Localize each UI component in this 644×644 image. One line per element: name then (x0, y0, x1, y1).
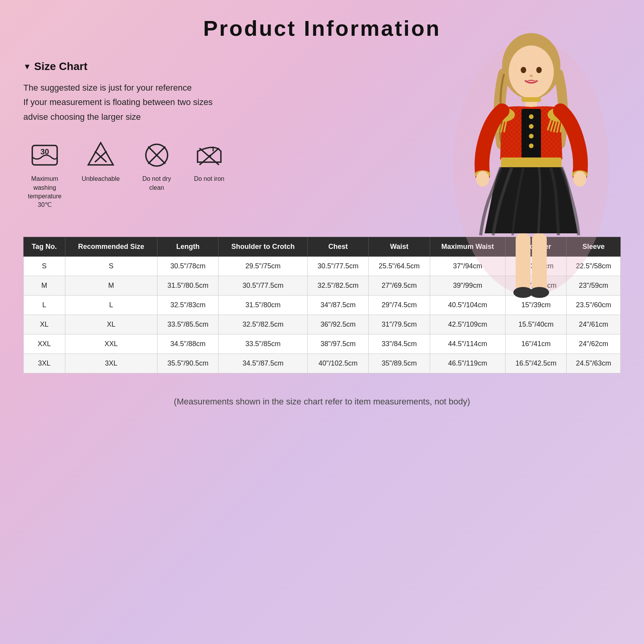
col-length: Length (158, 237, 219, 256)
cell-r2-c2: 32.5"/83cm (158, 295, 219, 315)
care-item-dry-clean: Do not dry clean (135, 140, 178, 192)
wash-icon: 30 (29, 140, 60, 171)
cell-r4-c3: 33.5"/85cm (219, 334, 308, 354)
svg-point-45 (530, 287, 549, 298)
cell-r1-c5: 27"/69.5cm (369, 276, 430, 295)
care-item-bleach: Unbleachable (82, 140, 120, 183)
cell-r2-c3: 31.5"/80cm (219, 295, 308, 315)
svg-point-15 (521, 67, 526, 73)
cell-r3-c1: XL (65, 315, 158, 334)
cell-r5-c4: 40"/102.5cm (308, 354, 369, 373)
svg-point-36 (529, 144, 534, 148)
cell-r0-c0: S (24, 256, 65, 276)
cell-r0-c1: S (65, 256, 158, 276)
svg-point-16 (536, 67, 542, 73)
cell-r5-c6: 46.5"/119cm (430, 354, 505, 373)
advice-line-3: advise choosing the larger size (23, 110, 426, 124)
table-row: 3XL3XL35.5"/90.5cm34.5"/87.5cm40"/102.5c… (24, 354, 621, 373)
right-section (434, 60, 621, 229)
care-item-iron: Do not iron (194, 140, 225, 183)
cell-r4-c1: XXL (65, 334, 158, 354)
cell-r2-c1: L (65, 295, 158, 315)
cell-r1-c0: M (24, 276, 65, 295)
cell-r5-c1: 3XL (65, 354, 158, 373)
cell-r3-c0: XL (24, 315, 65, 334)
svg-rect-42 (516, 233, 530, 292)
cell-r5-c5: 35"/89.5cm (369, 354, 430, 373)
cell-r0-c4: 30.5"/77.5cm (308, 256, 369, 276)
no-iron-icon (194, 140, 225, 171)
cell-r0-c5: 25.5"/64.5cm (369, 256, 430, 276)
cell-r2-c5: 29"/74.5cm (369, 295, 430, 315)
bleach-label: Unbleachable (82, 175, 120, 183)
cell-r1-c2: 31.5"/80.5cm (158, 276, 219, 295)
cell-r2-c0: L (24, 295, 65, 315)
cell-r4-c7: 16"/41cm (506, 334, 567, 354)
cell-r4-c4: 38"/97.5cm (308, 334, 369, 354)
table-row: XLXL33.5"/85.5cm32.5"/82.5cm36"/92.5cm31… (24, 315, 621, 334)
cell-r5-c8: 24.5"/63cm (567, 354, 621, 373)
page-wrapper: Product Information ▼ Size Chart The sug… (0, 0, 644, 644)
col-shoulder-crotch: Shoulder to Crotch (219, 237, 308, 256)
cell-r5-c0: 3XL (24, 354, 65, 373)
care-item-wash: 30 Maximum washing temperature 30℃ (23, 140, 66, 210)
svg-point-14 (509, 46, 554, 98)
cell-r3-c8: 24"/61cm (567, 315, 621, 334)
iron-label: Do not iron (194, 175, 224, 183)
cell-r5-c7: 16.5"/42.5cm (506, 354, 567, 373)
cell-r3-c4: 36"/92.5cm (308, 315, 369, 334)
cell-r1-c1: M (65, 276, 158, 295)
col-tag: Tag No. (24, 237, 65, 256)
cell-r4-c2: 34.5"/88cm (158, 334, 219, 354)
svg-point-39 (476, 171, 489, 187)
svg-marker-2 (88, 143, 113, 165)
cell-r0-c2: 30.5"/78cm (158, 256, 219, 276)
svg-point-33 (529, 114, 534, 119)
no-dry-clean-icon (141, 140, 172, 171)
advice-line-1: The suggested size is just for your refe… (23, 80, 426, 95)
no-bleach-icon (85, 140, 116, 171)
triangle-icon: ▼ (23, 62, 31, 71)
size-advice: The suggested size is just for your refe… (23, 80, 426, 124)
cell-r3-c2: 33.5"/85.5cm (158, 315, 219, 334)
svg-rect-19 (522, 97, 541, 102)
col-chest: Chest (308, 237, 369, 256)
care-icons: 30 Maximum washing temperature 30℃ Unble… (23, 140, 426, 210)
left-section: ▼ Size Chart The suggested size is just … (23, 60, 434, 229)
cell-r3-c5: 31"/79.5cm (369, 315, 430, 334)
svg-point-35 (529, 134, 534, 138)
cell-r4-c8: 24"/62cm (567, 334, 621, 354)
table-row: XXLXXL34.5"/88cm33.5"/85cm38"/97.5cm33"/… (24, 334, 621, 354)
svg-rect-43 (532, 233, 547, 292)
cell-r5-c3: 34.5"/87.5cm (219, 354, 308, 373)
footer-note: (Measurements shown in the size chart re… (23, 389, 621, 415)
svg-point-41 (573, 171, 586, 187)
model-svg (442, 27, 621, 307)
content-area: ▼ Size Chart The suggested size is just … (23, 60, 621, 229)
col-rec-size: Recommended Size (65, 237, 158, 256)
cell-r1-c4: 32.5"/82.5cm (308, 276, 369, 295)
svg-rect-37 (501, 158, 562, 168)
wash-label: Maximum washing temperature 30℃ (23, 175, 66, 210)
size-chart-heading: ▼ Size Chart (23, 60, 426, 73)
cell-r1-c3: 30.5"/77.5cm (219, 276, 308, 295)
advice-line-2: If your measurement is floating between … (23, 95, 426, 109)
model-image-container (434, 21, 628, 313)
size-chart-label: Size Chart (34, 60, 88, 73)
cell-r3-c6: 42.5"/109cm (430, 315, 505, 334)
dry-clean-label: Do not dry clean (135, 175, 178, 192)
svg-text:30: 30 (40, 147, 49, 156)
col-waist: Waist (369, 237, 430, 256)
cell-r5-c2: 35.5"/90.5cm (158, 354, 219, 373)
svg-point-17 (530, 75, 533, 77)
cell-r4-c5: 33"/84.5cm (369, 334, 430, 354)
cell-r4-c0: XXL (24, 334, 65, 354)
cell-r4-c6: 44.5"/114cm (430, 334, 505, 354)
cell-r2-c4: 34"/87.5cm (308, 295, 369, 315)
cell-r0-c3: 29.5"/75cm (219, 256, 308, 276)
cell-r3-c7: 15.5"/40cm (506, 315, 567, 334)
svg-point-34 (529, 124, 534, 129)
cell-r3-c3: 32.5"/82.5cm (219, 315, 308, 334)
